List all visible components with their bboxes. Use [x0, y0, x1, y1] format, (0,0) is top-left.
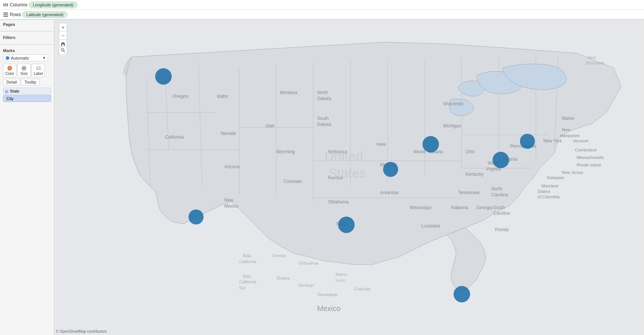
svg-text:Montana: Montana	[280, 90, 298, 95]
detail-tooltip-row: Detail Tooltip	[3, 79, 51, 85]
dot-los_angeles[interactable]	[189, 209, 204, 224]
map-area: Oregon California Idaho Nevada Arizona U…	[54, 20, 644, 335]
svg-text:Kentucky: Kentucky	[466, 172, 484, 177]
svg-text:Massachusetts: Massachusetts	[577, 155, 604, 160]
svg-rect-5	[3, 16, 8, 17]
svg-text:Carolina: Carolina	[491, 192, 508, 197]
search-button[interactable]	[59, 46, 67, 54]
rows-icon	[3, 12, 8, 17]
svg-rect-4	[3, 14, 8, 15]
svg-text:States: States	[328, 166, 366, 181]
svg-text:Durango: Durango	[298, 283, 314, 287]
svg-text:Connecticut: Connecticut	[575, 148, 596, 152]
svg-text:of Columbia: of Columbia	[538, 194, 560, 199]
svg-text:Baja: Baja	[243, 274, 252, 278]
svg-text:Oklahoma: Oklahoma	[328, 199, 349, 205]
svg-text:Mississippi: Mississippi	[410, 205, 431, 210]
svg-text:South: South	[493, 205, 505, 210]
svg-text:Wyoming: Wyoming	[276, 149, 295, 154]
svg-text:North: North	[317, 90, 328, 95]
svg-text:Nevada: Nevada	[221, 131, 236, 136]
marks-section: Marks Automatic ▾ Color	[0, 46, 54, 104]
svg-text:Oregon: Oregon	[172, 93, 189, 99]
svg-point-7	[9, 67, 11, 69]
svg-text:California: California	[165, 135, 184, 140]
svg-text:Vermont: Vermont	[573, 139, 589, 143]
svg-text:Louisiana: Louisiana	[421, 223, 440, 229]
top-bar: Columns Longitude (generated) Rows Latit…	[0, 0, 644, 20]
svg-text:New: New	[588, 55, 596, 60]
svg-text:Arizona: Arizona	[225, 164, 240, 169]
svg-text:Baja: Baja	[243, 253, 252, 258]
main-area: Pages Filters Marks Automatic ▾	[0, 20, 644, 335]
map-search	[59, 46, 67, 54]
city-filter[interactable]: City	[3, 95, 51, 102]
dot-dallas[interactable]	[338, 217, 355, 233]
svg-text:Coahuila: Coahuila	[354, 287, 371, 291]
svg-text:Sur: Sur	[239, 286, 246, 290]
svg-point-9	[23, 67, 25, 69]
svg-text:California: California	[239, 259, 257, 264]
svg-text:Hampshire: Hampshire	[560, 133, 580, 138]
svg-text:Iowa: Iowa	[376, 142, 386, 147]
svg-text:Chihuahua: Chihuahua	[298, 261, 319, 265]
svg-text:South: South	[317, 116, 329, 121]
size-button[interactable]: Size	[17, 64, 31, 77]
svg-text:United: United	[325, 149, 363, 164]
svg-text:Michigan: Michigan	[443, 123, 461, 129]
svg-text:Illinois: Illinois	[413, 149, 426, 154]
svg-text:123: 123	[36, 66, 41, 70]
svg-text:Delaware: Delaware	[547, 175, 564, 180]
svg-text:Mexico: Mexico	[225, 203, 239, 209]
svg-text:Sonora: Sonora	[273, 253, 286, 258]
columns-icon	[3, 2, 8, 7]
map-svg: Oregon California Idaho Nevada Arizona U…	[54, 20, 644, 335]
pages-section: Pages	[0, 20, 54, 30]
svg-text:Carolina: Carolina	[493, 211, 510, 216]
svg-rect-0	[3, 3, 4, 6]
svg-text:North: North	[491, 186, 502, 191]
marks-title: Marks	[3, 48, 51, 53]
svg-text:Tamaulipas: Tamaulipas	[317, 292, 338, 297]
svg-text:California: California	[239, 280, 257, 284]
dot-washington[interactable]	[493, 152, 509, 168]
dot-miami[interactable]	[454, 286, 470, 302]
svg-text:Tennessee: Tennessee	[458, 190, 480, 195]
dot-new_york[interactable]	[520, 134, 535, 149]
state-filter[interactable]: ▤ State	[3, 88, 51, 94]
rows-row: Rows Latitude (generated)	[0, 10, 644, 19]
svg-text:Alabama: Alabama	[451, 205, 468, 210]
zoom-in-button[interactable]: +	[59, 23, 67, 31]
detail-button[interactable]: Detail	[3, 79, 20, 85]
filters-title: Filters	[3, 35, 51, 40]
svg-rect-2	[7, 3, 8, 6]
svg-text:Idaho: Idaho	[217, 94, 228, 99]
svg-text:Wisconsin: Wisconsin	[443, 101, 463, 106]
columns-label: Columns	[10, 2, 27, 7]
dot-seattle[interactable]	[155, 68, 172, 85]
svg-text:Nuevo: Nuevo	[335, 272, 347, 277]
columns-value[interactable]: Longitude (generated)	[29, 1, 78, 8]
rows-value[interactable]: Latitude (generated)	[22, 11, 67, 18]
marks-dropdown[interactable]: Automatic ▾	[3, 54, 48, 61]
svg-text:Sinaloa: Sinaloa	[276, 276, 290, 280]
city-filter-label: City	[6, 96, 13, 101]
state-filter-icon: ▤	[5, 89, 8, 93]
svg-point-106	[61, 49, 64, 51]
zoom-out-button[interactable]: −	[59, 31, 67, 39]
dot-chicago[interactable]	[422, 136, 439, 153]
svg-text:New: New	[225, 197, 234, 203]
svg-text:Arkansas: Arkansas	[380, 190, 399, 195]
tooltip-button[interactable]: Tooltip	[21, 79, 40, 85]
svg-text:Dakota: Dakota	[317, 96, 331, 101]
svg-text:Georgia: Georgia	[476, 205, 493, 210]
label-button[interactable]: 123 Label	[31, 64, 45, 77]
columns-row: Columns Longitude (generated)	[0, 0, 644, 10]
svg-text:Colorado: Colorado	[284, 179, 302, 184]
svg-text:New York: New York	[543, 138, 562, 144]
color-button[interactable]: Color	[3, 64, 16, 77]
svg-text:New Jersey: New Jersey	[562, 170, 583, 175]
dot-st_louis[interactable]	[383, 162, 398, 177]
filters-section: Filters	[0, 33, 54, 43]
svg-text:Mexico: Mexico	[317, 304, 341, 313]
